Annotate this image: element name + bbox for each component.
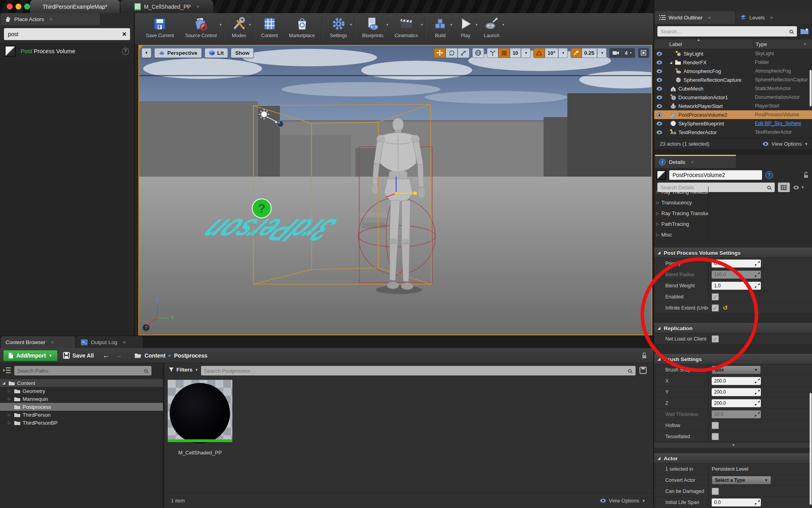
expanded-arrow-icon[interactable]: ◢ [2, 381, 6, 385]
close-window-button[interactable] [7, 4, 13, 10]
folder-row-geometry[interactable]: ▷Geometry [0, 387, 163, 395]
view-options-button[interactable]: View Options ▼ [600, 498, 645, 504]
tab-level-map[interactable]: ThirdPersonExampleMap* [30, 0, 120, 13]
tab-output-log[interactable]: >_ Output Log × [76, 336, 143, 348]
grid-snap-value[interactable]: 10 [510, 48, 521, 58]
scale-tool-button[interactable] [458, 48, 469, 58]
outliner-row-postprocessvolume2[interactable]: +PostProcessVolume2PostProcessVolume [654, 110, 812, 119]
back-button[interactable]: ← [103, 351, 110, 360]
actor-name-field[interactable] [669, 170, 762, 180]
lock-icon[interactable] [803, 171, 809, 179]
move-tool-button[interactable] [434, 48, 446, 58]
scale-snap-value[interactable]: 0.25 [582, 48, 597, 58]
toolbar-button-settings[interactable]: ▾Settings [324, 13, 352, 44]
toolbar-button-cinematics[interactable]: ▾Cinematics [389, 13, 423, 44]
outliner-search-input[interactable] [657, 29, 789, 35]
outliner-row-textrenderactor[interactable]: AaTextRenderActorTextRenderActor [654, 128, 812, 137]
close-tab-icon[interactable]: × [51, 339, 54, 345]
scale-snap-toggle[interactable] [571, 48, 582, 58]
column-divider[interactable] [753, 39, 754, 50]
dropdown-convert-actor[interactable]: Select a Type▼ [712, 476, 771, 485]
details-scrollbar[interactable] [810, 393, 812, 505]
checkbox-tessellated[interactable]: ✓ [712, 433, 719, 440]
folder-row-thirdpersonbp[interactable]: ▷ThirdPersonBP [0, 419, 163, 427]
toolbar-button-marketplace[interactable]: Marketplace [283, 13, 320, 44]
maximize-viewport-button[interactable] [638, 48, 649, 58]
outliner-scrollbar[interactable] [810, 70, 812, 106]
tab-world-outliner[interactable]: World Outliner × [655, 11, 735, 24]
category-row-ray-tracing-translucency[interactable]: ▷Ray Tracing Translucency [654, 208, 812, 219]
help-icon[interactable]: ? [765, 171, 773, 179]
expand-arrow-icon[interactable]: ▷ [8, 397, 12, 401]
visibility-eye-icon[interactable] [654, 112, 665, 117]
category-row-pathtracing[interactable]: ▷PathTracing [654, 219, 812, 229]
close-tab-icon[interactable]: × [708, 15, 711, 21]
visibility-eye-icon[interactable] [654, 51, 665, 56]
create-folder-button[interactable] [800, 28, 810, 35]
lock-icon[interactable] [642, 352, 647, 359]
type-filter-icon[interactable]: ▼ [803, 42, 806, 46]
outliner-row-spherereflectioncapture[interactable]: SphereReflectionCaptureSphereReflectionC… [654, 75, 812, 84]
spinbox-initial-life-span[interactable]: 0.0 [712, 498, 761, 506]
show-dropdown[interactable]: Show [231, 48, 254, 58]
spinbox-x[interactable]: 200.0 [712, 377, 761, 385]
forward-button[interactable]: → [115, 351, 123, 360]
place-actors-search-input[interactable] [4, 31, 122, 37]
close-tab-icon[interactable]: × [196, 4, 199, 10]
camera-speed-value[interactable]: 4▼ [622, 48, 635, 58]
tab-content-browser[interactable]: Content Browser × [1, 336, 75, 348]
toolbar-button-play[interactable]: ▾Play [453, 13, 478, 44]
folder-row-postprocess[interactable]: Postprocess [0, 403, 163, 411]
expander-arrow-icon[interactable]: ◢ [670, 61, 674, 64]
spinbox-y[interactable]: 200.0 [712, 388, 761, 396]
section-header-post-process-volume-settings[interactable]: Post Process Volume Settings [654, 248, 812, 258]
sources-panel-toggle-icon[interactable] [3, 367, 11, 373]
outliner-row-documentationactor1[interactable]: ?DocumentationActor1DocumentationActor [654, 93, 812, 102]
rotation-snap-dropdown[interactable]: ▼ [558, 48, 568, 58]
close-tab-icon[interactable]: × [123, 339, 126, 345]
spinbox-z[interactable]: 200.0 [712, 399, 761, 407]
rotate-tool-button[interactable] [446, 48, 458, 58]
toolbar-button-content[interactable]: Content [256, 13, 283, 44]
spinbox-priority[interactable]: 0.0 [712, 260, 761, 267]
toolbar-button-save-current[interactable]: Save Current [140, 13, 180, 44]
visibility-eye-icon[interactable] [654, 86, 665, 91]
search-paths-input[interactable] [14, 368, 144, 374]
dropdown-brush-shape[interactable]: Box▼ [712, 366, 761, 374]
breadcrumb-content[interactable]: Content [145, 352, 166, 359]
breadcrumb-postprocess[interactable]: Postprocess [174, 352, 207, 359]
category-row-translucency[interactable]: ▷Translucency [654, 197, 812, 208]
column-label[interactable]: Label [669, 41, 682, 47]
asset-thumbnail-m-cellshaded-pp[interactable] [168, 380, 232, 442]
camera-speed-button[interactable] [609, 48, 622, 58]
category-row-ray-tracing-reflections[interactable]: ▷Ray Tracing Reflections [654, 187, 812, 197]
outliner-row-type[interactable]: Edit BP_Sky_Sphere [755, 121, 808, 126]
spinbox-blend-weight[interactable]: 1.0 [712, 282, 761, 290]
rotation-snap-value[interactable]: 10° [545, 48, 558, 58]
viewport[interactable]: 3rdPerson [138, 45, 652, 335]
outliner-row-networkplayerstart[interactable]: NetworkPlayerStartPlayerStart [654, 102, 812, 110]
column-type[interactable]: Type [756, 41, 767, 47]
folder-row-mannequin[interactable]: ▷Mannequin [0, 395, 163, 403]
zoom-window-button[interactable] [24, 4, 30, 10]
outliner-row-skysphereblueprint[interactable]: SkySphereBlueprintEdit BP_Sky_Sphere [654, 119, 812, 128]
outliner-row-cubemesh[interactable]: CubeMeshStaticMeshActor [654, 84, 812, 93]
checkbox-can-be-damaged[interactable]: ✓ [712, 488, 719, 495]
outliner-row-atmosphericfog[interactable]: AtmosphericFogAtmosphericFog [654, 67, 812, 75]
category-row-misc[interactable]: ▷Misc [654, 229, 812, 240]
world-local-space-button[interactable] [472, 48, 484, 58]
section-header-replication[interactable]: Replication [654, 323, 812, 333]
toolbar-button-source-control[interactable]: ▾Source Control [180, 13, 222, 44]
expand-arrow-icon[interactable]: ▷ [8, 413, 12, 417]
place-actors-result-post-process-volume[interactable]: Post Process Volume ? [0, 43, 134, 59]
question-mark-actor[interactable]: ? [252, 199, 271, 218]
toolbar-button-build[interactable]: ▾Build [427, 13, 453, 44]
tab-levels[interactable]: Levels × [736, 11, 810, 24]
help-icon[interactable]: ? [122, 48, 129, 55]
checkbox-net-load-on-client[interactable]: ✓ [712, 335, 719, 343]
expand-arrow-icon[interactable]: ▷ [8, 389, 12, 393]
perspective-dropdown[interactable]: Perspective [154, 48, 202, 58]
tab-details[interactable]: i Details × [655, 156, 736, 168]
scale-snap-dropdown[interactable]: ▼ [597, 48, 607, 58]
toolbar-button-blueprints[interactable]: ▾Blueprints [357, 13, 389, 44]
